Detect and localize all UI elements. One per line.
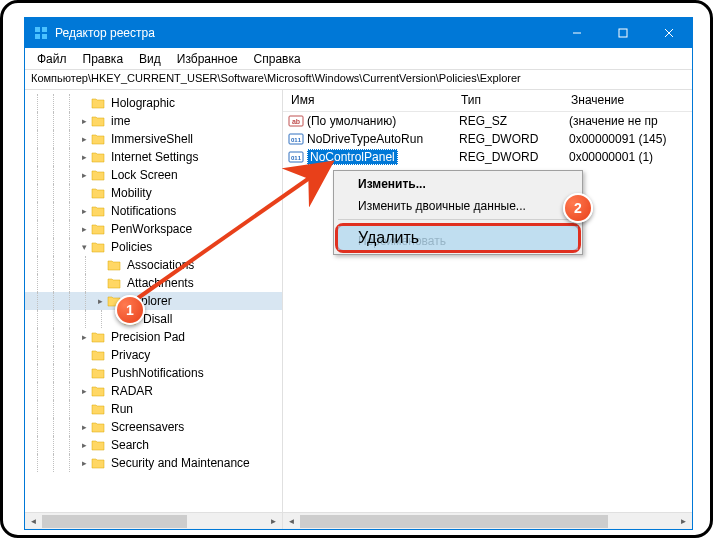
expand-icon[interactable]: ▸ [77,384,91,398]
tree-item[interactable]: Privacy [25,346,282,364]
folder-icon [91,222,107,236]
tree-item[interactable]: PushNotifications [25,364,282,382]
folder-icon [91,96,107,110]
marker-2: 2 [563,193,593,223]
folder-icon [91,438,107,452]
address-bar[interactable]: Компьютер\HKEY_CURRENT_USER\Software\Mic… [25,70,692,90]
expand-icon[interactable]: ▸ [77,168,91,182]
expand-icon[interactable]: ▸ [93,294,107,308]
folder-icon [91,366,107,380]
menu-edit[interactable]: Правка [75,50,132,68]
menubar: Файл Правка Вид Избранное Справка [25,48,692,70]
registry-editor-window: Редактор реестра Файл Правка Вид Избранн… [24,17,693,530]
tree-pane[interactable]: Holographic▸ime▸ImmersiveShell▸Internet … [25,90,283,529]
tree-label: Holographic [111,96,175,110]
tree-item[interactable]: Holographic [25,94,282,112]
expand-icon[interactable]: ▸ [77,150,91,164]
tree-scrollbar[interactable]: ◄ ► [25,512,282,529]
tree-item[interactable]: ▸RADAR [25,382,282,400]
minimize-button[interactable] [554,18,600,48]
svg-rect-3 [42,34,47,39]
tree-label: ImmersiveShell [111,132,193,146]
ctx-modify-binary[interactable]: Изменить двоичные данные... [336,195,580,217]
titlebar[interactable]: Редактор реестра [25,18,692,48]
tree-item[interactable]: Mobility [25,184,282,202]
folder-icon [91,420,107,434]
value-type: REG_SZ [451,114,561,128]
menu-favorites[interactable]: Избранное [169,50,246,68]
tree-item[interactable]: ▸Explorer [25,292,282,310]
window-title: Редактор реестра [55,26,554,40]
expand-icon[interactable] [93,276,107,290]
tree-label: Privacy [111,348,150,362]
maximize-button[interactable] [600,18,646,48]
tree-item[interactable]: Attachments [25,274,282,292]
tree-item[interactable]: ▸PenWorkspace [25,220,282,238]
tree-item[interactable]: Disall [25,310,282,328]
expand-icon[interactable] [77,366,91,380]
tree-label: RADAR [111,384,153,398]
folder-icon [91,402,107,416]
ctx-rename[interactable]: Переименовать [336,230,580,252]
expand-icon[interactable] [77,348,91,362]
expand-icon[interactable]: ▸ [77,222,91,236]
expand-icon[interactable]: ▸ [77,456,91,470]
value-data: (значение не пр [561,114,692,128]
tree-item[interactable]: ▸Search [25,436,282,454]
tree-label: Internet Settings [111,150,198,164]
tree-label: Run [111,402,133,416]
value-type: REG_DWORD [451,132,561,146]
expand-icon[interactable]: ▸ [77,438,91,452]
tree-item[interactable]: ▸Lock Screen [25,166,282,184]
value-row[interactable]: 011NoControlPanelREG_DWORD0x00000001 (1) [283,148,692,166]
close-button[interactable] [646,18,692,48]
tree-item[interactable]: ▸Notifications [25,202,282,220]
expand-icon[interactable] [77,402,91,416]
svg-text:011: 011 [291,155,302,161]
value-data: 0x00000001 (1) [561,150,692,164]
tree-label: Attachments [127,276,194,290]
value-type: REG_DWORD [451,150,561,164]
marker-1: 1 [115,295,145,325]
tree-item[interactable]: ▾Policies [25,238,282,256]
ctx-modify[interactable]: Изменить... [336,173,580,195]
expand-icon[interactable] [77,96,91,110]
list-scrollbar[interactable]: ◄ ► [283,512,692,529]
expand-icon[interactable] [77,186,91,200]
expand-icon[interactable] [93,258,107,272]
col-type[interactable]: Тип [453,90,563,111]
tree-item[interactable]: Run [25,400,282,418]
tree-item[interactable]: ▸Precision Pad [25,328,282,346]
tree-label: PenWorkspace [111,222,192,236]
col-name[interactable]: Имя [283,90,453,111]
tree-item[interactable]: Associations [25,256,282,274]
tree-item[interactable]: ▸Internet Settings [25,148,282,166]
tree-label: Precision Pad [111,330,185,344]
menu-view[interactable]: Вид [131,50,169,68]
menu-help[interactable]: Справка [246,50,309,68]
tree-item[interactable]: ▸ImmersiveShell [25,130,282,148]
svg-rect-0 [35,27,40,32]
expand-icon[interactable]: ▸ [77,114,91,128]
expand-icon[interactable]: ▾ [77,240,91,254]
value-row[interactable]: ab(По умолчанию)REG_SZ(значение не пр [283,112,692,130]
tree-item[interactable]: ▸Security and Maintenance [25,454,282,472]
expand-icon[interactable]: ▸ [77,132,91,146]
tree-item[interactable]: ▸Screensavers [25,418,282,436]
list-header[interactable]: Имя Тип Значение [283,90,692,112]
folder-icon [91,132,107,146]
value-name: NoDriveTypeAutoRun [307,132,451,146]
svg-rect-2 [35,34,40,39]
expand-icon[interactable]: ▸ [77,204,91,218]
tree-item[interactable]: ▸ime [25,112,282,130]
expand-icon[interactable]: ▸ [77,330,91,344]
ctx-separator [338,219,578,220]
tree-label: Mobility [111,186,152,200]
menu-file[interactable]: Файл [29,50,75,68]
expand-icon[interactable]: ▸ [77,420,91,434]
col-value[interactable]: Значение [563,90,692,111]
ctx-delete-placeholder [336,222,580,230]
value-row[interactable]: 011NoDriveTypeAutoRunREG_DWORD0x00000091… [283,130,692,148]
tree-label: Policies [111,240,152,254]
list-pane[interactable]: Имя Тип Значение ab(По умолчанию)REG_SZ(… [283,90,692,529]
